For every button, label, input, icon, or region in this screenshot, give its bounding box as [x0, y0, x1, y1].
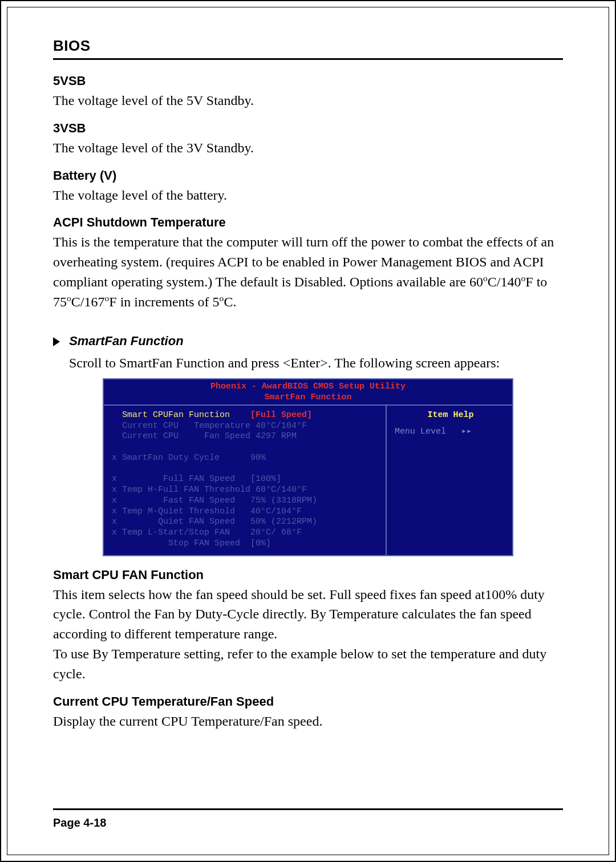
bios-left-panel: Smart CPUFan Function [Full Speed] Curre… [104, 406, 387, 555]
smartfan-heading: SmartFan Function [69, 334, 183, 348]
page-inner-frame: BIOS 5VSB The voltage level of the 5V St… [7, 7, 609, 855]
bios-row-value: 40°C/104°F [250, 507, 302, 516]
bios-header-line1: Phoenix - AwardBIOS CMOS Setup Utility [210, 382, 406, 391]
item-smart-cpu-fan-title: Smart CPU FAN Function [53, 568, 563, 582]
bios-row-label: x Temp H-Full FAN Threshold [112, 485, 256, 495]
page-number: Page 4-18 [53, 816, 106, 829]
bios-blank-row [112, 464, 380, 475]
item-3vsb-body: The voltage level of the 3V Standby. [53, 138, 563, 158]
bios-header: Phoenix - AwardBIOS CMOS Setup Utility S… [104, 379, 512, 406]
item-3vsb: 3VSB The voltage level of the 3V Standby… [53, 121, 563, 158]
smartfan-heading-row: SmartFan Function [53, 334, 563, 349]
bios-body: Smart CPUFan Function [Full Speed] Curre… [104, 406, 512, 555]
acpi-text-suffix: C. [224, 294, 236, 309]
item-acpi: ACPI Shutdown Temperature This is the te… [53, 215, 563, 311]
bios-row-label: Current CPU Fan Speed [112, 431, 256, 441]
triangle-right-icon [53, 337, 60, 346]
item-5vsb-body: The voltage level of the 5V Standby. [53, 91, 563, 111]
item-smart-cpu-fan-body: This item selects how the fan speed shou… [53, 585, 563, 684]
item-acpi-body: This is the temperature that the compute… [53, 232, 563, 311]
bios-row-label: x Fast FAN Speed [112, 496, 250, 505]
bios-row-value: 4297 RPM [256, 431, 297, 441]
bios-row-value: 75% (3318RPM) [250, 496, 317, 505]
bios-blank-row [112, 442, 380, 453]
item-battery-body: The voltage level of the battery. [53, 185, 563, 205]
item-3vsb-title: 3VSB [53, 121, 563, 136]
page-outer-frame: BIOS 5VSB The voltage level of the 5V St… [0, 0, 616, 862]
acpi-text-mid1: C/140 [488, 274, 521, 289]
bios-item-help-title: Item Help [395, 410, 506, 421]
item-current-cpu-title: Current CPU Temperature/Fan Speed [53, 694, 563, 709]
bios-row-value: [0%] [250, 539, 271, 548]
degree-sup: o [67, 293, 71, 303]
item-battery: Battery (V) The voltage level of the bat… [53, 168, 563, 205]
bios-row-label: x Full FAN Speed [112, 474, 250, 484]
bios-row-value: 20°C/ 68°F [250, 528, 302, 537]
footer-rule [53, 808, 563, 810]
bios-row-label: Current CPU Temperature [112, 421, 256, 431]
acpi-text-mid3: C/167 [71, 294, 105, 309]
bios-menu-level-label: Menu Level [395, 427, 446, 436]
bios-menu-level-marker: ▸▸ [461, 427, 472, 436]
bios-header-line2: SmartFan Function [264, 392, 351, 402]
acpi-text-prefix: This is the temperature that the compute… [53, 234, 554, 289]
bios-row-label: Stop FAN Speed [112, 539, 250, 548]
item-smart-cpu-fan: Smart CPU FAN Function This item selects… [53, 568, 563, 684]
item-current-cpu: Current CPU Temperature/Fan Speed Displa… [53, 694, 563, 731]
degree-sup: o [483, 273, 488, 283]
bios-row-label: x Temp M-Quiet Threshold [112, 507, 250, 516]
bios-right-panel: Item Help Menu Level ▸▸ [387, 406, 512, 555]
bios-row-label: x Temp L-Start/Stop FAN [112, 528, 250, 537]
bios-row-label: x Quiet FAN Speed [112, 517, 250, 527]
smartfan-intro: Scroll to SmartFan Function and press <E… [53, 353, 563, 373]
acpi-text-mid4: F in increments of 5 [109, 294, 219, 309]
bios-row-value: 50% (2212RPM) [250, 517, 317, 527]
bios-row-label: Smart CPUFan Function [112, 410, 250, 420]
bios-row-value-selected: [Full Speed] [250, 410, 312, 420]
bios-row-value: 60°C/140°F [256, 485, 307, 495]
item-5vsb-title: 5VSB [53, 74, 563, 88]
item-battery-title: Battery (V) [53, 168, 563, 183]
bios-row-value: 40°C/104°F [256, 421, 307, 431]
item-5vsb: 5VSB The voltage level of the 5V Standby… [53, 74, 563, 111]
bios-row-value: 90% [250, 453, 266, 463]
item-current-cpu-body: Display the current CPU Temperature/Fan … [53, 711, 563, 731]
item-acpi-title: ACPI Shutdown Temperature [53, 215, 563, 230]
bios-row-value: [100%] [250, 474, 281, 484]
bios-screenshot: Phoenix - AwardBIOS CMOS Setup Utility S… [103, 378, 513, 556]
bios-row-label: x SmartFan Duty Cycle [112, 453, 250, 463]
page-title: BIOS [53, 37, 563, 60]
